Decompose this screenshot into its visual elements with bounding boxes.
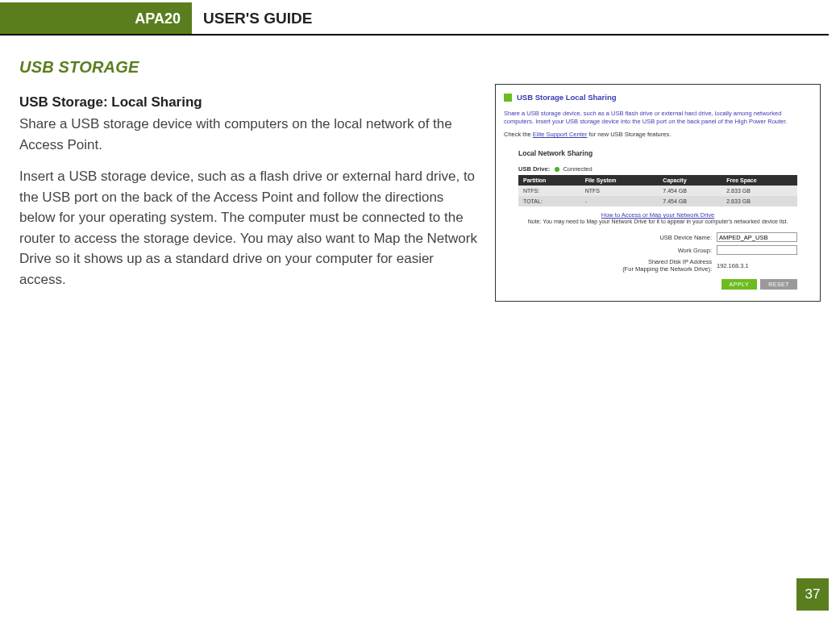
cell: NTFS	[580, 186, 659, 196]
status-dot-icon	[555, 167, 559, 172]
device-name-input[interactable]	[717, 232, 797, 242]
cell: 2.833 GB	[721, 196, 797, 206]
table-header-row: Partition File System Capacity Free Spac…	[518, 175, 797, 186]
screenshot-column: USB Storage Local Sharing Share a USB st…	[495, 58, 821, 302]
ip-label-line2: (For Mapping the Network Drive):	[622, 265, 712, 273]
note-prefix: Note: You may need to	[528, 219, 587, 224]
note-suffix: for it to appear in your computer's netw…	[647, 219, 788, 224]
workgroup-label: Work Group:	[591, 247, 712, 254]
note-link[interactable]: Map your Network Drive	[586, 219, 647, 224]
support-link[interactable]: Elite Support Center	[533, 131, 588, 138]
th-free: Free Space	[721, 175, 797, 186]
usb-drive-row: USB Drive: Connected	[518, 165, 797, 173]
text-column: USB STORAGE USB Storage: Local Sharing S…	[19, 58, 480, 302]
ip-value: 192.168.3.1	[717, 262, 797, 269]
panel-title: USB Storage Local Sharing	[517, 93, 617, 102]
paragraph-2: Insert a USB storage device, such as a f…	[19, 166, 480, 290]
note-row: Note: You may need to Map your Network D…	[518, 219, 797, 224]
table-row: NTFS: NTFS 7.454 GB 2.833 GB	[518, 186, 797, 196]
partition-table: Partition File System Capacity Free Spac…	[518, 175, 797, 206]
usb-status: Connected	[563, 165, 592, 173]
cell: TOTAL:	[518, 196, 580, 206]
reset-button[interactable]: RESET	[760, 279, 797, 290]
cell: 7.454 GB	[658, 186, 721, 196]
cell: NTFS:	[518, 186, 580, 196]
table-row: TOTAL: - 7.454 GB 2.833 GB	[518, 196, 797, 206]
howto-row: How to Access or Map your Network Drive	[518, 211, 797, 219]
model-badge: APA20	[0, 2, 192, 34]
howto-link[interactable]: How to Access or Map your Network Drive	[601, 211, 714, 219]
panel-description: Share a USB storage device, such as a US…	[504, 110, 812, 126]
panel-support-line: Check the Elite Support Center for new U…	[504, 131, 812, 138]
section-title: USB STORAGE	[19, 58, 480, 77]
form-row-workgroup: Work Group:	[518, 245, 797, 255]
device-name-label: USB Device Name:	[591, 234, 712, 241]
ip-label-line1: Shared Disk IP Address	[648, 258, 712, 265]
local-network-sharing: Local Network Sharing USB Drive: Connect…	[504, 149, 812, 290]
cell: 7.454 GB	[658, 196, 721, 206]
page-header: APA20 USER'S GUIDE	[0, 0, 829, 35]
square-icon	[504, 94, 512, 102]
settings-panel: USB Storage Local Sharing Share a USB st…	[495, 84, 821, 302]
form-row-device: USB Device Name:	[518, 232, 797, 242]
panel-title-row: USB Storage Local Sharing	[504, 93, 812, 102]
button-row: APPLY RESET	[518, 279, 797, 290]
cell: -	[580, 196, 659, 206]
page-content: USB STORAGE USB Storage: Local Sharing S…	[0, 35, 840, 302]
guide-title: USER'S GUIDE	[192, 2, 312, 34]
workgroup-input[interactable]	[717, 245, 797, 255]
th-capacity: Capacity	[658, 175, 721, 186]
cell: 2.833 GB	[721, 186, 797, 196]
th-partition: Partition	[518, 175, 580, 186]
th-filesystem: File System	[580, 175, 659, 186]
section-subtitle: USB Storage: Local Sharing	[19, 94, 480, 111]
usb-drive-label: USB Drive:	[518, 165, 550, 173]
support-suffix: for new USB Storage features.	[587, 131, 671, 138]
paragraph-1: Share a USB storage device with computer…	[19, 114, 480, 155]
apply-button[interactable]: APPLY	[721, 279, 758, 290]
lns-heading: Local Network Sharing	[518, 149, 797, 157]
ip-label: Shared Disk IP Address (For Mapping the …	[591, 258, 712, 273]
page-number: 37	[796, 578, 829, 611]
form-row-ip: Shared Disk IP Address (For Mapping the …	[518, 258, 797, 273]
support-prefix: Check the	[504, 131, 533, 138]
